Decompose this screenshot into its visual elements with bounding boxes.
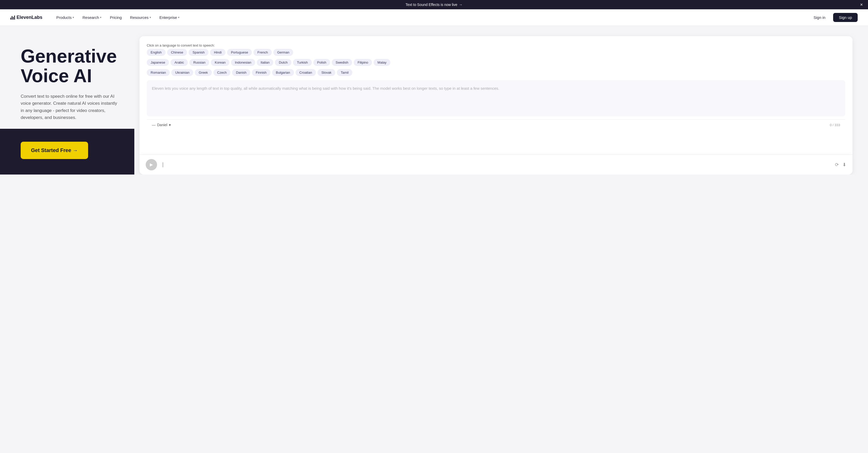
voice-name: Daniel (157, 123, 167, 127)
page-wrapper: Text to Sound Effects is now live → × El… (0, 0, 868, 174)
nav-actions: Sign in Sign up (809, 13, 858, 22)
lang-chip-english[interactable]: English (147, 49, 165, 56)
playback-bar: ▶ | ⟳ ⬇ (140, 154, 852, 174)
lang-chip-dutch[interactable]: Dutch (275, 59, 291, 66)
chevron-down-icon: ▾ (178, 16, 180, 19)
language-selector-label: Click on a language to convert text to s… (147, 44, 215, 47)
play-button[interactable]: ▶ (146, 159, 157, 170)
nav-products[interactable]: Products ▾ (53, 13, 78, 22)
lang-chip-croatian[interactable]: Croatian (296, 69, 316, 76)
get-started-button[interactable]: Get Started Free → (21, 142, 88, 159)
language-chips-row1: English Chinese Spanish Hindi Portuguese… (147, 49, 845, 56)
voice-selector[interactable]: — Daniel ▾ (152, 123, 171, 127)
lang-chip-chinese[interactable]: Chinese (167, 49, 187, 56)
text-placeholder: Eleven lets you voice any length of text… (152, 85, 840, 91)
lang-chip-italian[interactable]: Italian (257, 59, 274, 66)
nav-resources-label: Resources (130, 15, 149, 20)
lang-chip-turkish[interactable]: Turkish (293, 59, 312, 66)
lang-chip-tamil[interactable]: Tamil (337, 69, 352, 76)
hero-left-panel: Generative Voice AI Convert text to spee… (0, 26, 134, 174)
hero-title-line1: Generative (21, 46, 117, 66)
bars-icon (10, 16, 15, 20)
download-icon: ⬇ (842, 162, 846, 167)
lang-chip-spanish[interactable]: Spanish (189, 49, 209, 56)
waveform: | (161, 161, 831, 168)
lang-chip-korean[interactable]: Korean (211, 59, 229, 66)
voice-selector-dash: — (152, 123, 156, 127)
lang-chip-german[interactable]: German (273, 49, 293, 56)
nav-links: Products ▾ Research ▾ Pricing Resources … (53, 13, 809, 22)
voice-selector-chevron: ▾ (169, 123, 171, 127)
nav-research-label: Research (83, 15, 99, 20)
lang-chip-polish[interactable]: Polish (313, 59, 330, 66)
nav-pricing[interactable]: Pricing (106, 13, 125, 22)
lang-chip-slovak[interactable]: Slovak (317, 69, 335, 76)
lang-chip-filipino[interactable]: Filipino (354, 59, 372, 66)
announcement-link[interactable]: Text to Sound Effects is now live → (406, 3, 463, 7)
lang-chip-finnish[interactable]: Finnish (252, 69, 271, 76)
language-chips-row2: Japanese Arabic Russian Korean Indonesia… (147, 59, 845, 66)
lang-chip-japanese[interactable]: Japanese (147, 59, 169, 66)
hero-title: Generative Voice AI (21, 47, 119, 86)
lang-chip-malay[interactable]: Malay (374, 59, 390, 66)
lang-chip-romanian[interactable]: Romanian (147, 69, 170, 76)
signup-button[interactable]: Sign up (833, 13, 858, 22)
waveform-icon: | (162, 162, 163, 168)
hero-right-panel: Click on a language to convert text to s… (134, 26, 868, 174)
bar4 (14, 16, 15, 20)
bar3 (13, 17, 14, 20)
hero-description: Convert text to speech online for free w… (21, 93, 119, 121)
nav-pricing-label: Pricing (110, 15, 122, 20)
lang-chip-portuguese[interactable]: Portuguese (227, 49, 252, 56)
language-selector-row: Click on a language to convert text to s… (147, 44, 845, 47)
signin-button[interactable]: Sign in (809, 13, 830, 22)
hero-title-line2: Voice AI (21, 65, 92, 86)
text-input-area[interactable]: Eleven lets you voice any length of text… (147, 80, 845, 116)
char-count: 0 / 333 (830, 123, 840, 127)
hero-text-area: Generative Voice AI Convert text to spee… (0, 26, 134, 129)
chevron-down-icon: ▾ (150, 16, 151, 19)
lang-chip-russian[interactable]: Russian (189, 59, 209, 66)
logo-link[interactable]: ElevenLabs (10, 15, 42, 20)
download-button[interactable]: ⬇ (842, 162, 846, 168)
nav-enterprise[interactable]: Enterprise ▾ (156, 13, 183, 22)
navigation: ElevenLabs Products ▾ Research ▾ Pricing… (0, 9, 868, 26)
hero-section: Generative Voice AI Convert text to spee… (0, 26, 868, 174)
widget-footer: — Daniel ▾ 0 / 333 (147, 119, 845, 130)
hero-cta-area: Get Started Free → (0, 129, 134, 174)
announcement-close-button[interactable]: × (860, 2, 863, 7)
bar1 (10, 18, 11, 20)
voice-widget: Click on a language to convert text to s… (140, 36, 852, 154)
bar2 (11, 16, 12, 20)
nav-research[interactable]: Research ▾ (79, 13, 105, 22)
lang-chip-bulgarian[interactable]: Bulgarian (272, 69, 294, 76)
chevron-down-icon: ▾ (100, 16, 101, 19)
playback-actions: ⟳ ⬇ (835, 162, 846, 168)
lang-chip-danish[interactable]: Danish (232, 69, 250, 76)
chevron-down-icon: ▾ (72, 16, 74, 19)
announcement-arrow: → (459, 3, 462, 7)
play-icon: ▶ (150, 162, 153, 167)
lang-chip-ukrainian[interactable]: Ukrainian (171, 69, 193, 76)
announcement-bar: Text to Sound Effects is now live → × (0, 0, 868, 9)
refresh-icon: ⟳ (835, 162, 839, 167)
lang-chip-hindi[interactable]: Hindi (210, 49, 225, 56)
lang-chip-indonesian[interactable]: Indonesian (231, 59, 255, 66)
nav-products-label: Products (56, 15, 71, 20)
lang-chip-arabic[interactable]: Arabic (170, 59, 188, 66)
language-chips-row3: Romanian Ukrainian Greek Czech Danish Fi… (147, 69, 845, 76)
lang-chip-greek[interactable]: Greek (195, 69, 212, 76)
lang-chip-swedish[interactable]: Swedish (332, 59, 352, 66)
lang-chip-french[interactable]: French (253, 49, 272, 56)
lang-chip-czech[interactable]: Czech (213, 69, 231, 76)
nav-enterprise-label: Enterprise (159, 15, 177, 20)
refresh-button[interactable]: ⟳ (835, 162, 839, 168)
announcement-text: Text to Sound Effects is now live (406, 3, 458, 7)
nav-resources[interactable]: Resources ▾ (126, 13, 155, 22)
logo-text: ElevenLabs (17, 15, 42, 20)
